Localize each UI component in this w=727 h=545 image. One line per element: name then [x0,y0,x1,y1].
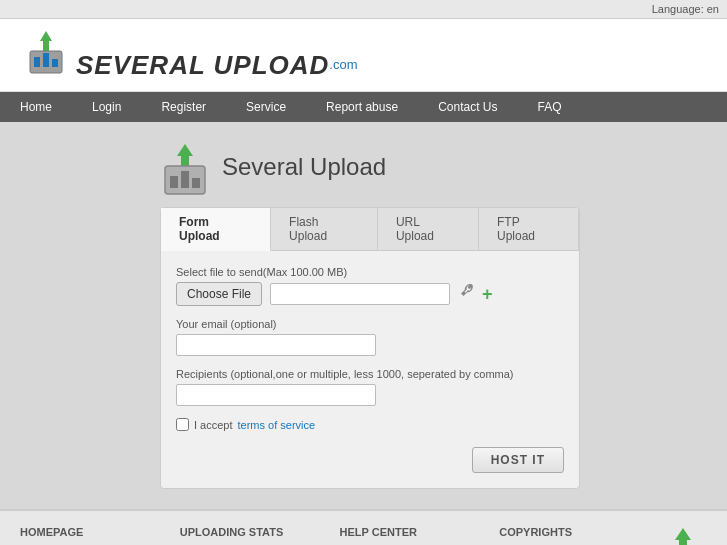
nav-report-abuse[interactable]: Report abuse [306,92,418,122]
tab-form-upload[interactable]: Form Upload [161,208,271,251]
footer-col-homepage: HOMEPAGE LOGIN SERVICE REWARDS TOP FILES [20,526,180,545]
nav-register[interactable]: Register [141,92,226,122]
email-input[interactable] [176,334,376,356]
footer-help-title: HELP CENTER [340,526,500,538]
footer-col-stats: UPLOADING STATS TODAY: 0 YESTERDAY: 1 TO… [180,526,340,545]
page-header: Several Upload [160,142,707,192]
upload-panel: Form Upload Flash Upload URL Upload FTP … [160,207,580,489]
nav-login[interactable]: Login [72,92,141,122]
terms-link[interactable]: terms of service [238,419,316,431]
footer-logo-col [659,526,707,545]
terms-text: I accept [194,419,233,431]
nav-contact-us[interactable]: Contact Us [418,92,517,122]
logo-area: Several Upload.com [20,29,358,81]
file-row: Choose File + [176,282,564,306]
recipients-input[interactable] [176,384,376,406]
content-wrapper: Several Upload Form Upload Flash Upload … [0,122,727,509]
footer-homepage-title: HOMEPAGE [20,526,180,538]
host-it-button[interactable]: HOST IT [472,447,564,473]
svg-rect-8 [181,171,189,188]
nav-home[interactable]: Home [0,92,72,122]
header: Several Upload.com [0,19,727,92]
tab-ftp-upload[interactable]: FTP Upload [479,208,579,250]
footer: HOMEPAGE LOGIN SERVICE REWARDS TOP FILES… [0,509,727,545]
logo-text: Several Upload.com [76,50,358,81]
main-nav: Home Login Register Service Report abuse… [0,92,727,122]
form-upload-content: Select file to send(Max 100.00 MB) Choos… [161,251,579,488]
recipients-label: Recipients (optional,one or multiple, le… [176,368,564,380]
svg-marker-5 [177,144,193,166]
footer-col-copyrights: COPYRIGHTS COPYRIGHT 2011 ALL RIGHTS RES… [499,526,659,545]
svg-marker-10 [675,528,691,545]
footer-stats-title: UPLOADING STATS [180,526,340,538]
upload-icon [160,142,210,197]
file-name-display [270,283,450,305]
nav-service[interactable]: Service [226,92,306,122]
page-title: Several Upload [222,153,386,181]
svg-marker-0 [40,31,52,51]
svg-rect-7 [170,176,178,188]
wrench-icon [458,282,482,306]
add-file-icon[interactable]: + [458,282,493,306]
logo-icon [20,29,72,81]
nav-faq[interactable]: FAQ [518,92,582,122]
top-bar: Language: en [0,0,727,19]
footer-col-help: HELP CENTER REPORT ABUSE CONTACT US FAQ … [340,526,500,545]
terms-checkbox[interactable] [176,418,189,431]
footer-upload-icon [659,526,707,545]
plus-icon: + [482,285,493,303]
svg-rect-2 [34,57,40,67]
host-btn-row: HOST IT [176,447,564,473]
svg-rect-4 [52,59,58,67]
page-header-icon [160,142,210,192]
svg-rect-9 [192,178,200,188]
footer-copyrights-title: COPYRIGHTS [499,526,659,538]
language-label: Language: en [652,3,719,15]
tab-flash-upload[interactable]: Flash Upload [271,208,378,250]
tab-url-upload[interactable]: URL Upload [378,208,479,250]
email-label: Your email (optional) [176,318,564,330]
choose-file-button[interactable]: Choose File [176,282,262,306]
terms-row: I accept terms of service [176,418,564,431]
tab-bar: Form Upload Flash Upload URL Upload FTP … [161,208,579,251]
file-label: Select file to send(Max 100.00 MB) [176,266,564,278]
svg-rect-3 [43,53,49,67]
